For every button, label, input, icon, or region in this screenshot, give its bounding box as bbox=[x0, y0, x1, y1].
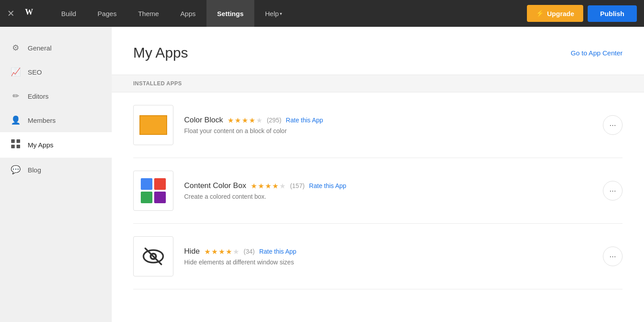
color-block-name: Color Block bbox=[184, 116, 223, 125]
color-block-icon bbox=[139, 115, 167, 135]
hide-rate-link[interactable]: Rate this App bbox=[259, 248, 296, 255]
star-1: ★ bbox=[251, 182, 257, 190]
color-block-rate-link[interactable]: Rate this App bbox=[286, 117, 323, 124]
nav-theme[interactable]: Theme bbox=[127, 0, 170, 27]
content-color-box-name-row: Content Color Box ★ ★ ★ ★ ★ (157) Rate t… bbox=[184, 181, 592, 190]
hide-name-row: Hide ★ ★ ★ ★ ★ (34) Rate this App bbox=[184, 247, 592, 256]
star-5-empty: ★ bbox=[279, 182, 286, 190]
color-block-stars: ★ ★ ★ ★ ★ bbox=[227, 116, 262, 125]
content-color-box-rate-link[interactable]: Rate this App bbox=[309, 182, 346, 189]
pencil-icon: ✏ bbox=[11, 91, 21, 101]
hide-icon-wrapper bbox=[133, 236, 173, 276]
star-5-empty: ★ bbox=[256, 116, 262, 125]
ccb-green bbox=[141, 192, 152, 203]
nav-help[interactable]: Help ▾ bbox=[254, 0, 293, 27]
star-3: ★ bbox=[219, 247, 225, 256]
sidebar-item-editors[interactable]: ✏ Editors bbox=[0, 84, 112, 108]
star-4: ★ bbox=[249, 116, 255, 125]
sidebar-item-members[interactable]: 👤 Members bbox=[0, 108, 112, 132]
content-area: My Apps Go to App Center INSTALLED APPS … bbox=[112, 27, 644, 322]
content-color-box-icon-wrapper bbox=[133, 171, 173, 211]
page-title: My Apps bbox=[133, 45, 188, 61]
star-1: ★ bbox=[227, 116, 234, 125]
color-block-name-row: Color Block ★ ★ ★ ★ ★ (295) Rate this Ap… bbox=[184, 116, 592, 125]
sidebar-label-members: Members bbox=[28, 117, 56, 124]
trending-icon: 📈 bbox=[11, 67, 21, 77]
color-block-info: Color Block ★ ★ ★ ★ ★ (295) Rate this Ap… bbox=[184, 116, 592, 134]
hide-name: Hide bbox=[184, 247, 200, 256]
content-header: My Apps Go to App Center bbox=[112, 27, 644, 75]
sidebar-item-my-apps[interactable]: My Apps bbox=[0, 132, 112, 158]
upgrade-button[interactable]: ⚡ Upgrade bbox=[527, 5, 583, 22]
ccb-blue bbox=[141, 178, 152, 190]
star-1: ★ bbox=[204, 247, 210, 256]
star-3: ★ bbox=[242, 116, 248, 125]
nav-apps[interactable]: Apps bbox=[170, 0, 206, 27]
svg-text:W: W bbox=[25, 8, 33, 17]
nav-pages[interactable]: Pages bbox=[87, 0, 127, 27]
app-list: Color Block ★ ★ ★ ★ ★ (295) Rate this Ap… bbox=[112, 92, 644, 289]
installed-apps-header: INSTALLED APPS bbox=[112, 75, 644, 92]
hide-info: Hide ★ ★ ★ ★ ★ (34) Rate this App Hide e… bbox=[184, 247, 592, 266]
go-to-app-center-link[interactable]: Go to App Center bbox=[571, 49, 623, 57]
star-4: ★ bbox=[272, 182, 278, 190]
hide-icon bbox=[140, 243, 167, 270]
sidebar-label-editors: Editors bbox=[28, 92, 49, 100]
app-item-content-color-box: Content Color Box ★ ★ ★ ★ ★ (157) Rate t… bbox=[133, 158, 623, 224]
hide-desc: Hide elements at different window sizes bbox=[184, 259, 592, 266]
content-color-box-rating-count: (157) bbox=[290, 182, 305, 189]
svg-rect-3 bbox=[17, 139, 20, 143]
nav-right-actions: ⚡ Upgrade Publish bbox=[527, 5, 637, 22]
publish-button[interactable]: Publish bbox=[588, 5, 637, 22]
app-item-hide: Hide ★ ★ ★ ★ ★ (34) Rate this App Hide e… bbox=[133, 224, 623, 289]
content-color-box-name: Content Color Box bbox=[184, 181, 246, 190]
content-color-box-desc: Create a colored content box. bbox=[184, 193, 592, 200]
star-2: ★ bbox=[258, 182, 264, 190]
star-4: ★ bbox=[226, 247, 232, 256]
sidebar-item-general[interactable]: ⚙ General bbox=[0, 36, 112, 60]
sidebar: ⚙ General 📈 SEO ✏ Editors 👤 Members bbox=[0, 27, 112, 322]
ccb-purple bbox=[154, 192, 166, 203]
ccb-red bbox=[154, 178, 166, 190]
content-color-box-menu-button[interactable]: ··· bbox=[603, 181, 623, 201]
apps-grid-icon bbox=[11, 139, 21, 151]
user-icon: 👤 bbox=[11, 115, 21, 125]
close-button[interactable]: ✕ bbox=[7, 9, 15, 18]
sidebar-item-blog[interactable]: 💬 Blog bbox=[0, 158, 112, 182]
chat-icon: 💬 bbox=[11, 165, 21, 175]
help-dropdown-arrow: ▾ bbox=[280, 11, 282, 16]
sidebar-item-seo[interactable]: 📈 SEO bbox=[0, 60, 112, 84]
hide-menu-button[interactable]: ··· bbox=[603, 247, 623, 266]
content-color-box-info: Content Color Box ★ ★ ★ ★ ★ (157) Rate t… bbox=[184, 181, 592, 200]
sidebar-label-seo: SEO bbox=[28, 68, 42, 76]
content-color-box-icon bbox=[141, 178, 166, 203]
app-item-color-block: Color Block ★ ★ ★ ★ ★ (295) Rate this Ap… bbox=[133, 92, 623, 158]
hide-rating-count: (34) bbox=[244, 248, 255, 255]
top-nav: ✕ W Build Pages Theme Apps Settings Help… bbox=[0, 0, 644, 27]
sidebar-label-general: General bbox=[28, 44, 51, 52]
content-color-box-stars: ★ ★ ★ ★ ★ bbox=[251, 182, 286, 190]
star-2: ★ bbox=[211, 247, 218, 256]
nav-settings[interactable]: Settings bbox=[206, 0, 254, 27]
svg-rect-5 bbox=[17, 145, 20, 148]
bolt-icon: ⚡ bbox=[536, 9, 544, 17]
svg-rect-2 bbox=[11, 139, 15, 143]
sidebar-label-blog: Blog bbox=[28, 166, 41, 174]
color-block-icon-wrapper bbox=[133, 105, 173, 145]
upgrade-label: Upgrade bbox=[547, 10, 574, 17]
color-block-desc: Float your content on a block of color bbox=[184, 127, 592, 134]
logo: W bbox=[22, 5, 36, 22]
gear-icon: ⚙ bbox=[11, 43, 21, 53]
color-block-rating-count: (295) bbox=[267, 117, 282, 124]
color-block-menu-button[interactable]: ··· bbox=[603, 115, 623, 135]
sidebar-label-my-apps: My Apps bbox=[28, 141, 54, 149]
star-2: ★ bbox=[235, 116, 241, 125]
main-layout: ⚙ General 📈 SEO ✏ Editors 👤 Members bbox=[0, 27, 644, 322]
star-3: ★ bbox=[265, 182, 271, 190]
star-5-empty: ★ bbox=[233, 247, 239, 256]
hide-stars: ★ ★ ★ ★ ★ bbox=[204, 247, 239, 256]
svg-rect-4 bbox=[11, 145, 15, 148]
nav-links: Build Pages Theme Apps Settings Help ▾ bbox=[51, 0, 527, 27]
nav-build[interactable]: Build bbox=[51, 0, 87, 27]
